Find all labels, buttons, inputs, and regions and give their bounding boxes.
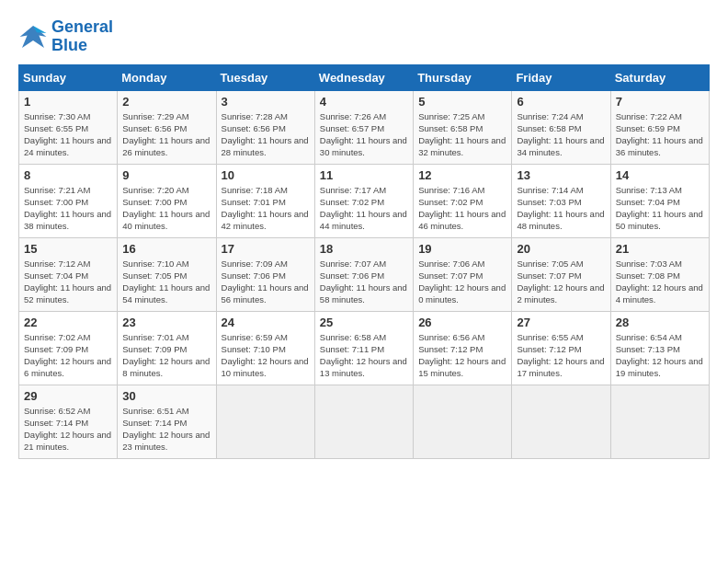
day-number: 16 — [122, 242, 210, 256]
day-info: Sunrise: 6:51 AMSunset: 7:14 PMDaylight:… — [122, 405, 210, 454]
day-number: 15 — [24, 242, 112, 256]
day-info: Sunrise: 7:09 AMSunset: 7:06 PMDaylight:… — [222, 258, 310, 306]
day-number: 21 — [616, 242, 704, 256]
calendar-cell: 4Sunrise: 7:26 AMSunset: 6:57 PMDaylight… — [314, 90, 413, 164]
day-info: Sunrise: 7:20 AMSunset: 7:00 PMDaylight:… — [122, 184, 210, 233]
day-number: 19 — [418, 242, 506, 256]
calendar-cell: 19Sunrise: 7:06 AMSunset: 7:07 PMDayligh… — [414, 237, 512, 311]
calendar-cell — [414, 385, 512, 458]
day-info: Sunrise: 7:05 AMSunset: 7:07 PMDaylight:… — [517, 258, 605, 306]
day-info: Sunrise: 7:21 AMSunset: 7:00 PMDaylight:… — [24, 184, 112, 233]
calendar-cell: 8Sunrise: 7:21 AMSunset: 7:00 PMDaylight… — [19, 164, 118, 237]
logo-icon — [18, 22, 48, 52]
day-info: Sunrise: 6:52 AMSunset: 7:14 PMDaylight:… — [24, 405, 112, 454]
calendar-week-row: 22Sunrise: 7:02 AMSunset: 7:09 PMDayligh… — [19, 311, 710, 385]
day-number: 3 — [222, 95, 310, 109]
day-number: 23 — [122, 316, 210, 329]
calendar-cell: 15Sunrise: 7:12 AMSunset: 7:04 PMDayligh… — [19, 237, 118, 311]
day-info: Sunrise: 6:59 AMSunset: 7:10 PMDaylight:… — [222, 331, 310, 380]
calendar-cell: 17Sunrise: 7:09 AMSunset: 7:06 PMDayligh… — [216, 237, 314, 311]
day-number: 6 — [517, 95, 605, 109]
calendar-cell: 21Sunrise: 7:03 AMSunset: 7:08 PMDayligh… — [610, 237, 709, 311]
calendar-cell: 27Sunrise: 6:55 AMSunset: 7:12 PMDayligh… — [512, 311, 610, 385]
day-info: Sunrise: 7:03 AMSunset: 7:08 PMDaylight:… — [616, 258, 704, 306]
day-info: Sunrise: 7:07 AMSunset: 7:06 PMDaylight:… — [320, 258, 408, 306]
calendar-cell — [314, 385, 413, 458]
day-info: Sunrise: 7:17 AMSunset: 7:02 PMDaylight:… — [320, 184, 408, 233]
calendar-cell: 10Sunrise: 7:18 AMSunset: 7:01 PMDayligh… — [216, 164, 314, 237]
calendar-cell: 30Sunrise: 6:51 AMSunset: 7:14 PMDayligh… — [118, 385, 216, 458]
day-number: 27 — [517, 316, 605, 329]
weekday-header: Wednesday — [314, 64, 413, 90]
day-info: Sunrise: 7:26 AMSunset: 6:57 PMDaylight:… — [320, 110, 408, 159]
calendar-cell: 1Sunrise: 7:30 AMSunset: 6:55 PMDaylight… — [19, 90, 118, 164]
logo-text: General Blue — [51, 18, 113, 55]
calendar-cell: 14Sunrise: 7:13 AMSunset: 7:04 PMDayligh… — [610, 164, 709, 237]
calendar-cell: 24Sunrise: 6:59 AMSunset: 7:10 PMDayligh… — [216, 311, 314, 385]
day-info: Sunrise: 6:56 AMSunset: 7:12 PMDaylight:… — [418, 331, 506, 380]
calendar-cell: 29Sunrise: 6:52 AMSunset: 7:14 PMDayligh… — [19, 385, 118, 458]
day-number: 12 — [418, 168, 506, 182]
day-info: Sunrise: 7:02 AMSunset: 7:09 PMDaylight:… — [24, 331, 112, 380]
calendar-week-row: 8Sunrise: 7:21 AMSunset: 7:00 PMDaylight… — [19, 164, 710, 237]
day-number: 5 — [418, 95, 506, 109]
day-number: 8 — [24, 168, 112, 182]
calendar-cell: 20Sunrise: 7:05 AMSunset: 7:07 PMDayligh… — [512, 237, 610, 311]
day-number: 24 — [222, 316, 310, 329]
day-number: 1 — [24, 95, 112, 109]
weekday-header: Saturday — [610, 64, 709, 90]
calendar-cell: 23Sunrise: 7:01 AMSunset: 7:09 PMDayligh… — [118, 311, 216, 385]
calendar-cell: 3Sunrise: 7:28 AMSunset: 6:56 PMDaylight… — [216, 90, 314, 164]
day-info: Sunrise: 7:13 AMSunset: 7:04 PMDaylight:… — [616, 184, 704, 233]
calendar-cell: 12Sunrise: 7:16 AMSunset: 7:02 PMDayligh… — [414, 164, 512, 237]
day-number: 14 — [616, 168, 704, 182]
calendar-cell: 11Sunrise: 7:17 AMSunset: 7:02 PMDayligh… — [314, 164, 413, 237]
calendar-body: 1Sunrise: 7:30 AMSunset: 6:55 PMDaylight… — [19, 90, 710, 458]
day-number: 20 — [517, 242, 605, 256]
calendar-cell: 18Sunrise: 7:07 AMSunset: 7:06 PMDayligh… — [314, 237, 413, 311]
day-number: 25 — [320, 316, 408, 329]
calendar-header: SundayMondayTuesdayWednesdayThursdayFrid… — [19, 64, 710, 90]
weekday-header: Tuesday — [216, 64, 314, 90]
day-number: 29 — [24, 389, 112, 403]
day-info: Sunrise: 6:58 AMSunset: 7:11 PMDaylight:… — [320, 331, 408, 380]
day-info: Sunrise: 7:16 AMSunset: 7:02 PMDaylight:… — [418, 184, 506, 233]
header-row: SundayMondayTuesdayWednesdayThursdayFrid… — [19, 64, 710, 90]
day-number: 10 — [222, 168, 310, 182]
day-number: 26 — [418, 316, 506, 329]
day-number: 4 — [320, 95, 408, 109]
day-number: 30 — [122, 389, 210, 403]
calendar-cell: 13Sunrise: 7:14 AMSunset: 7:03 PMDayligh… — [512, 164, 610, 237]
weekday-header: Monday — [118, 64, 216, 90]
day-info: Sunrise: 6:54 AMSunset: 7:13 PMDaylight:… — [616, 331, 704, 380]
day-info: Sunrise: 7:29 AMSunset: 6:56 PMDaylight:… — [122, 110, 210, 159]
day-info: Sunrise: 7:01 AMSunset: 7:09 PMDaylight:… — [122, 331, 210, 380]
day-number: 28 — [616, 316, 704, 329]
day-number: 13 — [517, 168, 605, 182]
weekday-header: Thursday — [414, 64, 512, 90]
day-info: Sunrise: 7:24 AMSunset: 6:58 PMDaylight:… — [517, 110, 605, 159]
calendar-cell: 7Sunrise: 7:22 AMSunset: 6:59 PMDaylight… — [610, 90, 709, 164]
calendar-cell: 16Sunrise: 7:10 AMSunset: 7:05 PMDayligh… — [118, 237, 216, 311]
logo: General Blue — [18, 18, 113, 55]
day-info: Sunrise: 7:30 AMSunset: 6:55 PMDaylight:… — [24, 110, 112, 159]
day-info: Sunrise: 7:28 AMSunset: 6:56 PMDaylight:… — [222, 110, 310, 159]
day-number: 17 — [222, 242, 310, 256]
weekday-header: Sunday — [19, 64, 118, 90]
calendar-week-row: 29Sunrise: 6:52 AMSunset: 7:14 PMDayligh… — [19, 385, 710, 458]
page-header: General Blue — [18, 18, 710, 55]
calendar-cell — [512, 385, 610, 458]
day-info: Sunrise: 6:55 AMSunset: 7:12 PMDaylight:… — [517, 331, 605, 380]
day-info: Sunrise: 7:10 AMSunset: 7:05 PMDaylight:… — [122, 258, 210, 306]
calendar-cell — [216, 385, 314, 458]
calendar-week-row: 1Sunrise: 7:30 AMSunset: 6:55 PMDaylight… — [19, 90, 710, 164]
calendar-cell: 6Sunrise: 7:24 AMSunset: 6:58 PMDaylight… — [512, 90, 610, 164]
day-number: 9 — [122, 168, 210, 182]
day-info: Sunrise: 7:25 AMSunset: 6:58 PMDaylight:… — [418, 110, 506, 159]
day-number: 18 — [320, 242, 408, 256]
day-number: 22 — [24, 316, 112, 329]
day-info: Sunrise: 7:06 AMSunset: 7:07 PMDaylight:… — [418, 258, 506, 306]
day-info: Sunrise: 7:22 AMSunset: 6:59 PMDaylight:… — [616, 110, 704, 159]
calendar-cell: 28Sunrise: 6:54 AMSunset: 7:13 PMDayligh… — [610, 311, 709, 385]
calendar-cell: 25Sunrise: 6:58 AMSunset: 7:11 PMDayligh… — [314, 311, 413, 385]
